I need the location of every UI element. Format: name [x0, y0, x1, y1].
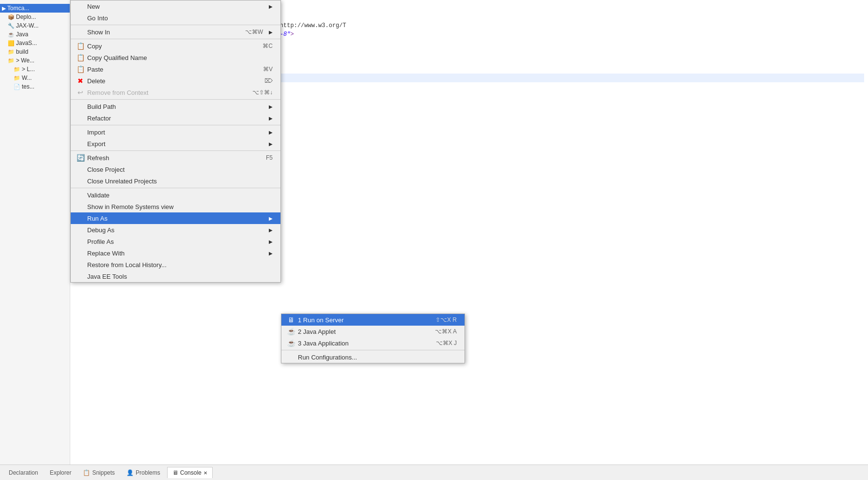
- menu-item-new[interactable]: New ▶: [71, 0, 280, 12]
- submenu-arrow-icon: ▶: [269, 104, 273, 109]
- run-as-item-run-configs[interactable]: Run Configurations...: [281, 351, 465, 363]
- blank-icon: [77, 214, 84, 222]
- menu-item-export[interactable]: Export ▶: [71, 138, 280, 150]
- submenu-item-content: ☕ 3 Java Application: [287, 339, 349, 347]
- menu-item-label: Refactor: [87, 115, 111, 122]
- menu-item-copy[interactable]: 📋 Copy ⌘C: [71, 40, 280, 52]
- blank-icon: [77, 103, 84, 110]
- menu-item-label: Run As: [87, 215, 108, 222]
- tab-label: Declaration: [9, 469, 38, 476]
- menu-item-delete[interactable]: ✖ Delete ⌦: [71, 75, 280, 87]
- menu-item-content: Validate: [77, 191, 109, 199]
- menu-item-content: Show In: [77, 28, 110, 36]
- menu-item-run-as[interactable]: Run As ▶: [71, 212, 280, 224]
- java-app-icon: ☕: [287, 339, 295, 347]
- applet-icon: ☕: [287, 328, 295, 335]
- menu-item-close-unrelated[interactable]: Close Unrelated Projects: [71, 175, 280, 187]
- menu-item-content: Restore from Local History...: [77, 261, 167, 269]
- menu-item-label: New: [87, 3, 100, 10]
- menu-item-show-remote[interactable]: Show in Remote Systems view: [71, 201, 280, 212]
- menu-item-label: Restore from Local History...: [87, 261, 167, 269]
- bottom-bar: Declaration Explorer 📋 Snippets 👤 Proble…: [0, 465, 868, 480]
- menu-item-content: Export: [77, 140, 106, 148]
- run-as-item-java-application[interactable]: ☕ 3 Java Application ⌥⌘X J: [281, 337, 465, 349]
- run-as-item-java-applet[interactable]: ☕ 2 Java Applet ⌥⌘X A: [281, 326, 465, 337]
- blank-icon: [77, 2, 84, 10]
- context-menu[interactable]: New ▶ Go Into Show In ⌥⌘W ▶ 📋 Copy ⌘C: [70, 0, 281, 283]
- submenu-item-shortcut: ⇧⌥X R: [435, 316, 457, 323]
- tab-label: Explorer: [50, 469, 72, 476]
- menu-item-content: Profile As: [77, 238, 114, 245]
- menu-item-debug-as[interactable]: Debug As ▶: [71, 224, 280, 236]
- menu-item-content: 📋 Copy: [77, 42, 102, 50]
- menu-item-show-in[interactable]: Show In ⌥⌘W ▶: [71, 26, 280, 38]
- menu-item-label: Go Into: [87, 15, 108, 22]
- menu-item-close-project[interactable]: Close Project: [71, 164, 280, 175]
- menu-item-content: Build Path: [77, 103, 116, 110]
- close-tab-icon[interactable]: ✕: [203, 470, 207, 476]
- menu-item-content: Java EE Tools: [77, 272, 127, 280]
- menu-item-go-into[interactable]: Go Into: [71, 12, 280, 24]
- menu-item-shortcut: F5: [266, 154, 273, 161]
- menu-item-label: Show In: [87, 29, 110, 36]
- menu-item-refresh[interactable]: 🔄 Refresh F5: [71, 152, 280, 164]
- menu-item-label: Import: [87, 129, 105, 136]
- blank-icon: [77, 226, 84, 234]
- bottom-tab-explorer[interactable]: Explorer: [45, 467, 77, 478]
- menu-item-label: Copy: [87, 43, 102, 50]
- menu-item-content: ↩ Remove from Context: [77, 89, 148, 96]
- menu-item-profile-as[interactable]: Profile As ▶: [71, 236, 280, 247]
- menu-item-refactor[interactable]: Refactor ▶: [71, 112, 280, 124]
- menu-item-shortcut: ⌘C: [263, 43, 273, 49]
- blank-icon: [77, 114, 84, 122]
- run-as-item-run-on-server[interactable]: 🖥 1 Run on Server ⇧⌥X R: [281, 314, 465, 326]
- submenu-arrow-icon: ▶: [269, 141, 273, 147]
- menu-item-label: Copy Qualified Name: [87, 54, 147, 61]
- bottom-tab-problems[interactable]: 👤 Problems: [122, 467, 165, 478]
- menu-item-build-path[interactable]: Build Path ▶: [71, 101, 280, 112]
- blank-icon: [77, 261, 84, 269]
- menu-item-label: Close Unrelated Projects: [87, 178, 157, 185]
- tab-label: Problems: [136, 469, 160, 476]
- menu-item-label: Java EE Tools: [87, 273, 127, 280]
- submenu-arrow-icon: ▶: [269, 227, 273, 233]
- bottom-tab-snippets[interactable]: 📋 Snippets: [78, 467, 120, 478]
- tab-label: Snippets: [92, 469, 115, 476]
- server-icon: 🖥: [287, 316, 295, 324]
- blank-icon: [77, 28, 84, 36]
- menu-item-content: ✖ Delete: [77, 77, 106, 85]
- menu-item-label: Replace With: [87, 250, 124, 257]
- menu-item-replace-with[interactable]: Replace With ▶: [71, 247, 280, 259]
- run-as-submenu[interactable]: 🖥 1 Run on Server ⇧⌥X R ☕ 2 Java Applet …: [281, 314, 465, 363]
- copy-icon: 📋: [77, 54, 84, 61]
- menu-item-copy-qualified[interactable]: 📋 Copy Qualified Name: [71, 52, 280, 63]
- submenu-item-label: 2 Java Applet: [298, 328, 336, 335]
- menu-separator: [71, 99, 280, 100]
- menu-item-shortcut: ⌦: [264, 77, 273, 84]
- submenu-arrow-icon: ▶: [269, 216, 273, 221]
- menu-item-label: Validate: [87, 192, 109, 199]
- menu-item-label: Paste: [87, 66, 103, 73]
- blank-icon: [77, 140, 84, 148]
- menu-item-restore-local[interactable]: Restore from Local History...: [71, 259, 280, 270]
- menu-item-content: Close Unrelated Projects: [77, 177, 157, 185]
- blank-icon: [77, 249, 84, 257]
- menu-item-validate[interactable]: Validate: [71, 189, 280, 201]
- menu-separator: [71, 25, 280, 25]
- menu-item-label: Profile As: [87, 238, 114, 245]
- refresh-icon: 🔄: [77, 154, 84, 162]
- menu-separator: [71, 125, 280, 125]
- bottom-tab-console[interactable]: 🖥 Console ✕: [167, 467, 213, 478]
- context-menu-overlay: New ▶ Go Into Show In ⌥⌘W ▶ 📋 Copy ⌘C: [0, 0, 868, 480]
- menu-separator: [71, 150, 280, 151]
- menu-item-import[interactable]: Import ▶: [71, 126, 280, 138]
- submenu-item-label: Run Configurations...: [298, 354, 357, 361]
- menu-item-paste[interactable]: 📋 Paste ⌘V: [71, 63, 280, 75]
- menu-separator: [71, 39, 280, 39]
- menu-item-label: Remove from Context: [87, 89, 148, 96]
- menu-item-content: 📋 Paste: [77, 65, 103, 73]
- menu-item-java-ee-tools[interactable]: Java EE Tools: [71, 270, 280, 282]
- submenu-item-shortcut: ⌥⌘X J: [436, 340, 457, 346]
- bottom-tab-declaration[interactable]: Declaration: [4, 467, 43, 478]
- tab-icon: 🖥: [172, 469, 178, 476]
